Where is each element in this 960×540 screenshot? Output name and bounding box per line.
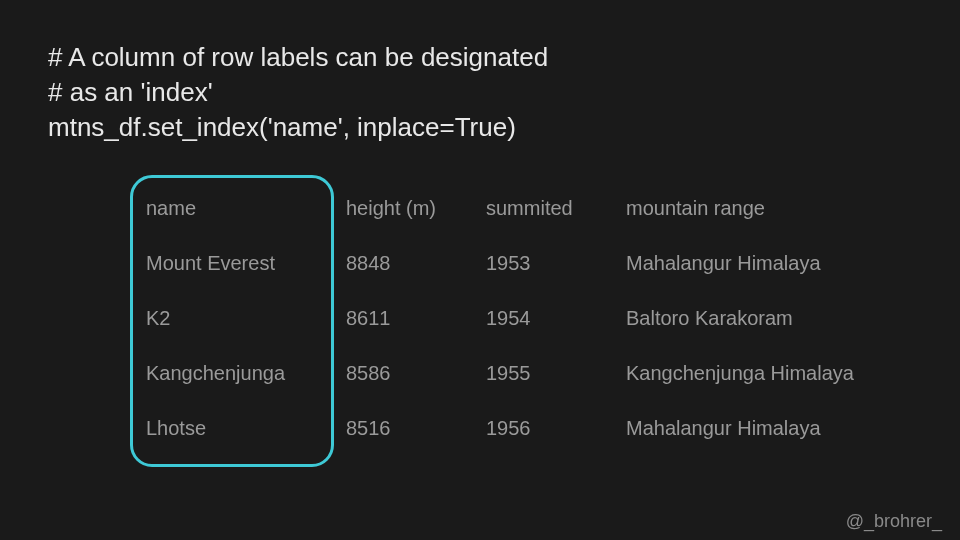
cell-summited: 1956	[486, 401, 626, 456]
cell-name: Kangchenjunga	[146, 346, 346, 401]
cell-summited: 1955	[486, 346, 626, 401]
col-header-range: mountain range	[626, 181, 886, 236]
cell-height: 8516	[346, 401, 486, 456]
col-header-height: height (m)	[346, 181, 486, 236]
cell-range: Mahalangur Himalaya	[626, 236, 886, 291]
table-row: K2 8611 1954 Baltoro Karakoram	[146, 291, 886, 346]
cell-height: 8586	[346, 346, 486, 401]
code-statement: mtns_df.set_index('name', inplace=True)	[48, 110, 920, 145]
col-header-summited: summited	[486, 181, 626, 236]
cell-range: Kangchenjunga Himalaya	[626, 346, 886, 401]
code-comment-line-1: # A column of row labels can be designat…	[48, 40, 920, 75]
cell-summited: 1953	[486, 236, 626, 291]
dataframe-table-wrap: name height (m) summited mountain range …	[146, 181, 920, 456]
table-row: Kangchenjunga 8586 1955 Kangchenjunga Hi…	[146, 346, 886, 401]
table-row: Lhotse 8516 1956 Mahalangur Himalaya	[146, 401, 886, 456]
col-header-name: name	[146, 181, 346, 236]
cell-range: Mahalangur Himalaya	[626, 401, 886, 456]
cell-height: 8848	[346, 236, 486, 291]
attribution: @_brohrer_	[846, 511, 942, 532]
cell-height: 8611	[346, 291, 486, 346]
cell-summited: 1954	[486, 291, 626, 346]
cell-name: K2	[146, 291, 346, 346]
table-header-row: name height (m) summited mountain range	[146, 181, 886, 236]
cell-range: Baltoro Karakoram	[626, 291, 886, 346]
code-comment-line-2: # as an 'index'	[48, 75, 920, 110]
dataframe-table: name height (m) summited mountain range …	[146, 181, 886, 456]
cell-name: Lhotse	[146, 401, 346, 456]
code-block: # A column of row labels can be designat…	[48, 40, 920, 145]
cell-name: Mount Everest	[146, 236, 346, 291]
table-row: Mount Everest 8848 1953 Mahalangur Himal…	[146, 236, 886, 291]
